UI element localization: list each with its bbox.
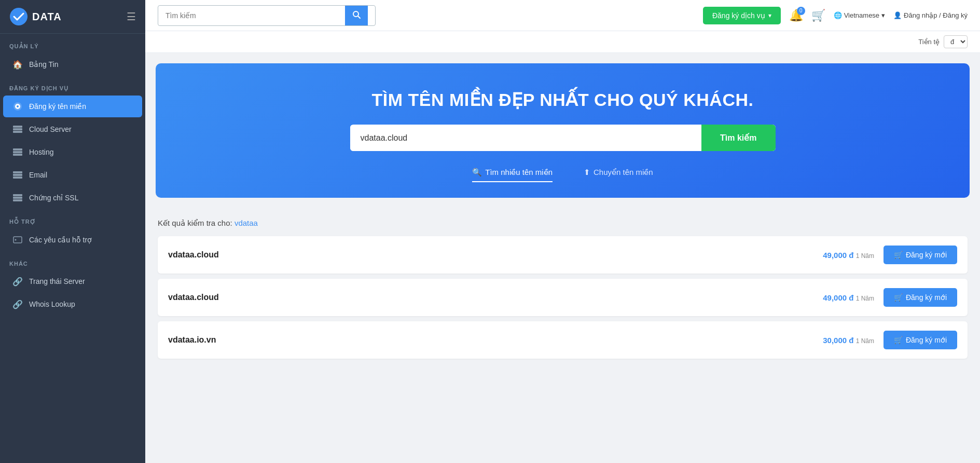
register-domain-btn-3[interactable]: 🛒 Đăng ký mới — [884, 331, 957, 349]
hero-section: TÌM TÊN MIỀN ĐẸP NHẤT CHO QUÝ KHÁCH. Tìm… — [156, 63, 970, 198]
header: Đăng ký dịch vụ ▾ 🔔 0 🛒 🌐 Vietnamese ▾ 👤… — [145, 0, 980, 31]
search-button[interactable] — [345, 6, 368, 25]
sidebar-item-label-dashboard: Bảng Tin — [29, 60, 58, 69]
currency-select[interactable]: đ $ — [944, 35, 968, 48]
price-value-1: 49,000 đ — [823, 251, 853, 260]
result-row: vdataa.cloud 49,000 đ 1 Năm 🛒 Đăng ký mớ… — [158, 236, 968, 274]
price-value-3: 30,000 đ — [823, 336, 853, 345]
user-icon: 👤 — [893, 11, 902, 19]
hosting-icon — [12, 147, 23, 157]
register-domain-btn-1[interactable]: 🛒 Đăng ký mới — [884, 246, 957, 264]
sidebar-item-email[interactable]: Email — [3, 164, 142, 186]
register-service-label: Đăng ký dịch vụ — [712, 11, 765, 20]
cart-icon-3: 🛒 — [894, 336, 903, 344]
result-price-1: 49,000 đ 1 Năm — [823, 251, 874, 260]
svg-line-19 — [358, 16, 360, 18]
currency-bar: Tiền tệ đ $ — [145, 31, 980, 53]
section-label-khac: KHÁC — [0, 251, 145, 270]
svg-rect-9 — [13, 154, 22, 156]
results-area: Kết quả kiểm tra cho: vdataa vdataa.clou… — [145, 208, 980, 374]
notification-button[interactable]: 🔔 0 — [789, 9, 803, 22]
sidebar-item-domain[interactable]: Đăng ký tên miền — [3, 96, 142, 117]
logo-area: DATA — [9, 7, 62, 26]
sidebar-item-hosting[interactable]: Hosting — [3, 141, 142, 163]
results-header: Kết quả kiểm tra cho: vdataa — [158, 219, 968, 228]
sidebar-item-label-hosting: Hosting — [29, 148, 53, 156]
header-actions: Đăng ký dịch vụ ▾ 🔔 0 🛒 🌐 Vietnamese ▾ 👤… — [703, 7, 968, 24]
sidebar-item-label-ssl: Chứng chỉ SSL — [29, 194, 79, 202]
result-price-3: 30,000 đ 1 Năm — [823, 336, 874, 345]
svg-rect-12 — [13, 176, 22, 179]
ssl-icon — [12, 193, 23, 203]
svg-point-17 — [15, 239, 17, 241]
sidebar-item-ssl[interactable]: Chứng chỉ SSL — [3, 187, 142, 209]
notification-badge: 0 — [797, 7, 805, 15]
svg-rect-14 — [13, 197, 22, 199]
register-domain-btn-2[interactable]: 🛒 Đăng ký mới — [884, 288, 957, 307]
result-row: vdataa.cloud 49,000 đ 1 Năm 🛒 Đăng ký mớ… — [158, 279, 968, 316]
hamburger-icon[interactable]: ☰ — [127, 10, 136, 23]
lang-chevron-icon: ▾ — [881, 11, 885, 19]
hero-search-bar: Tìm kiếm — [350, 125, 776, 151]
sidebar-item-label-email: Email — [29, 171, 47, 179]
search-tab-icon: 🔍 — [472, 168, 482, 177]
result-row: vdataa.io.vn 30,000 đ 1 Năm 🛒 Đăng ký mớ… — [158, 321, 968, 359]
svg-rect-7 — [13, 148, 22, 151]
sidebar-item-whois[interactable]: 🔗 Whois Lookup — [3, 293, 142, 315]
cart-icon-1: 🛒 — [894, 251, 903, 259]
result-domain-1: vdataa.cloud — [168, 250, 823, 260]
hero-title: TÌM TÊN MIỀN ĐẸP NHẤT CHO QUÝ KHÁCH. — [372, 89, 754, 110]
results-prefix: Kết quả kiểm tra cho: — [158, 219, 232, 227]
login-label: Đăng nhập / Đăng ký — [904, 11, 968, 19]
main-content: Đăng ký dịch vụ ▾ 🔔 0 🛒 🌐 Vietnamese ▾ 👤… — [145, 0, 980, 463]
language-label: Vietnamese — [844, 11, 879, 19]
sidebar-item-label-domain: Đăng ký tên miền — [29, 102, 86, 111]
cart-button[interactable]: 🛒 — [811, 9, 825, 22]
sidebar-logo: DATA ☰ — [0, 0, 145, 34]
svg-rect-13 — [13, 194, 22, 196]
hero-tabs: 🔍 Tìm nhiều tên miền ⬆ Chuyển tên miền — [472, 168, 653, 182]
language-button[interactable]: 🌐 Vietnamese ▾ — [834, 11, 885, 19]
link-icon-whois: 🔗 — [12, 299, 23, 309]
svg-rect-6 — [13, 131, 22, 133]
svg-point-3 — [17, 105, 19, 107]
register-btn-label-3: Đăng ký mới — [906, 336, 947, 344]
sidebar-item-cloud-server[interactable]: Cloud Server — [3, 118, 142, 140]
home-icon: 🏠 — [12, 59, 23, 70]
register-btn-label-2: Đăng ký mới — [906, 293, 947, 302]
tab-multi-search[interactable]: 🔍 Tìm nhiều tên miền — [472, 168, 553, 182]
result-price-2: 49,000 đ 1 Năm — [823, 293, 874, 302]
svg-rect-8 — [13, 151, 22, 153]
sidebar-item-dashboard[interactable]: 🏠 Bảng Tin — [3, 53, 142, 75]
price-value-2: 49,000 đ — [823, 293, 853, 302]
login-button[interactable]: 👤 Đăng nhập / Đăng ký — [893, 11, 968, 19]
sidebar-item-label-whois: Whois Lookup — [29, 300, 75, 308]
price-period-3: 1 Năm — [856, 337, 874, 345]
svg-rect-15 — [13, 199, 22, 201]
svg-point-0 — [10, 8, 27, 25]
sidebar-item-tickets[interactable]: Các yêu cầu hỗ trợ — [3, 229, 142, 251]
cart-icon-2: 🛒 — [894, 293, 903, 302]
search-input[interactable] — [158, 7, 345, 24]
link-icon-server: 🔗 — [12, 276, 23, 287]
sidebar: DATA ☰ QUẢN LÝ 🏠 Bảng Tin ĐĂNG KÝ DỊCH V… — [0, 0, 145, 463]
svg-rect-5 — [13, 128, 22, 130]
tab-transfer[interactable]: ⬆ Chuyển tên miền — [584, 168, 653, 182]
hero-search-input[interactable] — [350, 125, 702, 151]
hero-search-button[interactable]: Tìm kiếm — [701, 125, 775, 151]
register-service-button[interactable]: Đăng ký dịch vụ ▾ — [703, 7, 781, 24]
section-label-dangky: ĐĂNG KÝ DỊCH VỤ — [0, 76, 145, 95]
chevron-down-icon: ▾ — [768, 12, 771, 19]
results-query-link[interactable]: vdataa — [234, 219, 258, 227]
sidebar-item-server-status[interactable]: 🔗 Trang thái Server — [3, 270, 142, 292]
sidebar-item-label-tickets: Các yêu cầu hỗ trợ — [29, 236, 92, 244]
sidebar-item-label-cloud-server: Cloud Server — [29, 125, 72, 133]
search-bar — [158, 5, 376, 26]
ticket-icon — [12, 235, 23, 245]
logo-text: DATA — [32, 11, 62, 23]
svg-rect-16 — [13, 237, 22, 243]
svg-rect-11 — [13, 174, 22, 176]
section-label-hotro: HỖ TRỢ — [0, 209, 145, 228]
search-icon — [352, 10, 361, 19]
price-period-1: 1 Năm — [856, 252, 874, 260]
